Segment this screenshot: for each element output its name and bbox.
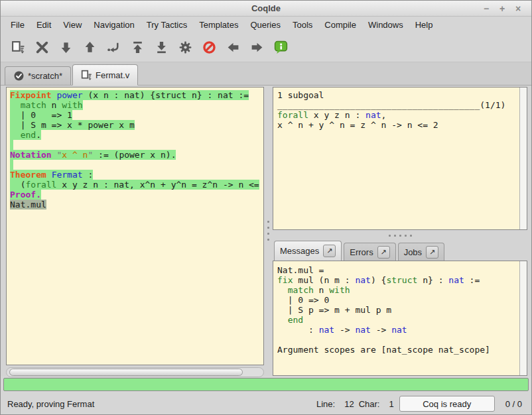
editor-line: match n with [10, 100, 262, 110]
check-circle-icon [13, 70, 25, 82]
step-forward-button[interactable] [54, 37, 78, 58]
goal-view[interactable]: 1 subgoal_______________________________… [273, 87, 527, 230]
detach-jobs-button[interactable]: ↗ [426, 246, 438, 259]
step-backward-icon [83, 40, 97, 54]
goal-line: 1 subgoal [277, 90, 517, 100]
go-to-start-icon [131, 40, 145, 54]
menu-try-tactics[interactable]: Try Tactics [141, 18, 193, 32]
goal-line: forall x y z n : nat, [277, 110, 517, 120]
messages-notebook: Messages↗Errors↗Jobs↗ Nat.mul =fix mul (… [273, 238, 527, 376]
goal-lines: 1 subgoal_______________________________… [277, 90, 517, 130]
editor-line: Fixpoint power (x n : nat) {struct n} : … [10, 90, 262, 100]
interrupt-icon [202, 40, 216, 54]
menu-navigation[interactable]: Navigation [88, 18, 140, 32]
status-message: Ready, proving Fermat [7, 399, 316, 409]
step-backward-button[interactable] [78, 37, 101, 58]
titlebar[interactable]: CoqIde − + × [1, 1, 531, 17]
tab-jobs-label: Jobs [404, 247, 422, 257]
tab-scratch-label: *scratch* [28, 71, 62, 81]
go-to-cursor-icon [107, 40, 121, 54]
menubar: FileEditViewNavigationTry TacticsTemplat… [1, 17, 531, 33]
message-line: Argument scopes are [nat_scope nat_scope… [277, 345, 517, 355]
editor-line [10, 160, 262, 170]
close-button[interactable]: × [510, 2, 526, 15]
go-to-start-button[interactable] [125, 37, 149, 58]
detach-messages-button[interactable]: ↗ [323, 245, 336, 257]
goal-line: _______________________________________(… [277, 100, 517, 110]
go-to-cursor-button[interactable] [101, 37, 125, 58]
editor-line: (forall x y z n : nat, x^n + y^n = z^n -… [10, 180, 262, 190]
line-label: Line: [316, 399, 335, 409]
progress-bar [3, 378, 529, 391]
detach-errors-button[interactable]: ↗ [377, 246, 390, 259]
editor-line: Notation "x ^ n" := (power x n). [10, 150, 262, 160]
editor-line: Proof. [10, 190, 262, 200]
save-icon [11, 40, 25, 54]
tab-fermat[interactable]: Fermat.v [72, 64, 138, 86]
toolbar [1, 33, 531, 62]
char-value: 1 [389, 399, 393, 409]
menu-edit[interactable]: Edit [31, 18, 57, 32]
go-to-end-button[interactable] [149, 37, 173, 58]
back-icon [226, 40, 240, 54]
about-icon [274, 40, 288, 54]
tab-jobs[interactable]: Jobs↗ [398, 243, 444, 261]
message-line: | 0 => 0 [277, 295, 517, 305]
tab-errors-label: Errors [350, 247, 373, 257]
save-button[interactable] [6, 37, 30, 58]
file-tabbar: *scratch* Fermat.v [1, 62, 531, 86]
message-line [277, 335, 517, 345]
messages-view[interactable]: Nat.mul =fix mul (n m : nat) {struct n} … [273, 261, 527, 376]
message-line: fix mul (n m : nat) {struct n} : nat := [277, 275, 517, 285]
detach-arrow-icon: ↗ [429, 248, 435, 257]
vertical-splitter[interactable] [264, 86, 273, 376]
window-title: CoqIde [1, 3, 531, 13]
coq-status-box: Coq is ready [399, 396, 495, 412]
menu-windows[interactable]: Windows [362, 18, 409, 32]
coqide-window: CoqIde − + × FileEditViewNavigationTry T… [0, 0, 532, 415]
menu-file[interactable]: File [5, 18, 31, 32]
detach-arrow-icon: ↗ [381, 248, 387, 257]
goal-line: x ^ n + y ^ n = z ^ n -> n <= 2 [277, 120, 517, 130]
menu-help[interactable]: Help [409, 18, 439, 32]
tab-messages-label: Messages [280, 246, 319, 256]
tab-messages[interactable]: Messages↗ [274, 241, 342, 261]
messages-lines: Nat.mul =fix mul (n m : nat) {struct n} … [277, 265, 517, 355]
make-button[interactable] [173, 37, 197, 58]
interrupt-button[interactable] [197, 37, 221, 58]
message-line: end [277, 315, 517, 325]
maximize-button[interactable]: + [494, 2, 510, 15]
worker-counter: 0 / 0 [505, 399, 522, 409]
menu-templates[interactable]: Templates [193, 18, 244, 32]
message-line: | S p => m + mul p m [277, 305, 517, 315]
messages-tabbar: Messages↗Errors↗Jobs↗ [273, 238, 527, 261]
tab-fermat-label: Fermat.v [96, 70, 129, 80]
menu-queries[interactable]: Queries [244, 18, 287, 32]
editor-line: Nat.mul [10, 200, 262, 209]
tab-scratch[interactable]: *scratch* [5, 66, 71, 85]
message-line: match n with [277, 285, 517, 295]
progress-area [1, 376, 531, 393]
step-forward-icon [59, 40, 73, 54]
editor-hscrollbar-thumb[interactable] [9, 369, 243, 376]
detach-arrow-icon: ↗ [326, 247, 332, 255]
goal-vscrollbar[interactable] [519, 88, 527, 229]
message-line: : nat -> nat -> nat [277, 325, 517, 335]
back-button[interactable] [221, 37, 245, 58]
messages-vscrollbar[interactable] [519, 261, 527, 375]
tab-errors[interactable]: Errors↗ [344, 243, 395, 261]
close-button[interactable] [30, 37, 54, 58]
editor-line: | S m => x * power x m [10, 120, 262, 130]
menu-tools[interactable]: Tools [287, 18, 318, 32]
script-editor[interactable]: Fixpoint power (x n : nat) {struct n} : … [6, 87, 264, 365]
menu-compile[interactable]: Compile [318, 18, 362, 32]
forward-icon [250, 40, 264, 54]
about-button[interactable] [269, 37, 293, 58]
editor-hscrollbar[interactable] [6, 367, 264, 377]
forward-button[interactable] [245, 37, 269, 58]
save-icon [81, 70, 92, 81]
editor-line [10, 140, 262, 150]
menu-view[interactable]: View [57, 18, 88, 32]
minimize-button[interactable]: − [478, 2, 494, 15]
horizontal-splitter[interactable] [273, 233, 527, 238]
